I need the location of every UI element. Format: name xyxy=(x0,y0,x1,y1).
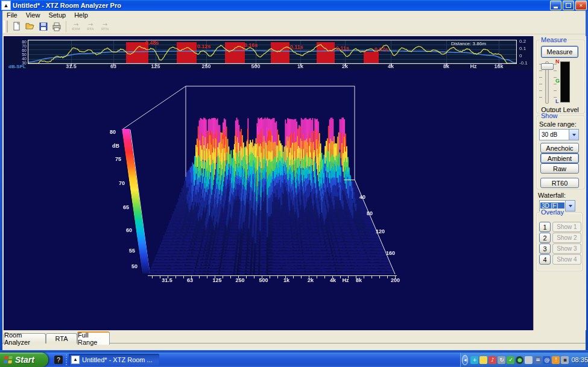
overlay-show-button-4[interactable]: Show 4 xyxy=(552,254,581,265)
print-button[interactable] xyxy=(50,20,63,33)
waterfall-time-end-label: 200 xyxy=(391,278,400,283)
task-button-label: Untitled* - XTZ Room ... xyxy=(82,356,153,363)
mode-button-label: RTA xyxy=(87,27,93,31)
scale-range-select[interactable]: 30 dB xyxy=(539,129,579,140)
waterfall-freq-label: 1k xyxy=(283,278,289,283)
tab-room-analyzer[interactable]: Room Analyzer xyxy=(4,333,46,343)
new-file-button[interactable] xyxy=(10,20,24,33)
scale-range-dropdown-arrow[interactable] xyxy=(569,130,578,140)
toolbar: →RXM→RTA→RTN xyxy=(2,19,586,34)
waterfall-select-label: Waterfall: xyxy=(538,192,566,199)
waterfall-db-label: 75 xyxy=(115,157,121,162)
decay-time-label: 0.07s xyxy=(375,47,388,52)
waterfall-3d-view: 80dB75706560555031.5631252505001k2k4kHz8… xyxy=(5,72,532,329)
strip-bottom-axis-label: 500 xyxy=(251,64,260,69)
overlay-number-button-2[interactable]: 2 xyxy=(539,233,551,243)
meter-zone-n: N xyxy=(555,59,560,64)
titlebar[interactable]: ▲ Untitled* - XTZ Room Analyzer Pro × xyxy=(0,0,588,11)
task-button-xtz[interactable]: ▲ Untitled* - XTZ Room ... xyxy=(69,354,159,366)
tray-remote-desktop-icon[interactable]: @ xyxy=(543,356,551,364)
overlay-show-button-2[interactable]: Show 2 xyxy=(552,233,581,243)
rt60-button[interactable]: RT60 xyxy=(540,178,579,188)
tray-sync-icon[interactable]: ↻ xyxy=(498,356,505,364)
menubar: FileViewSetupHelp xyxy=(2,11,586,19)
tray-volume-icon[interactable]: ! xyxy=(552,356,560,364)
waterfall-freq-label: 500 xyxy=(259,278,268,283)
restore-button[interactable] xyxy=(563,1,574,10)
strip-bottom-axis-label: 250 xyxy=(201,64,210,69)
start-button[interactable]: Start xyxy=(0,353,48,367)
close-button[interactable]: × xyxy=(575,1,587,10)
open-file-button[interactable] xyxy=(24,20,37,33)
menu-help[interactable]: Help xyxy=(70,11,92,19)
waterfall-freq-label: 2k xyxy=(308,278,314,283)
save-button[interactable] xyxy=(37,20,50,33)
windows-flag-icon xyxy=(4,356,13,364)
strip-bottom-axis-label: 2k xyxy=(342,64,348,69)
waterfall-db-label: 70 xyxy=(119,181,125,186)
menu-file[interactable]: File xyxy=(2,11,22,19)
waterfall-dropdown-arrow[interactable] xyxy=(565,201,575,211)
strip-right-axis-label: 0 xyxy=(519,54,522,58)
tray-pointer-device-icon[interactable] xyxy=(525,356,533,364)
strip-left-axis-label: 40 xyxy=(18,57,27,61)
tray-media-player-icon[interactable]: ♪ xyxy=(488,356,496,364)
open-folder-icon xyxy=(25,22,35,31)
overlay-show-button-3[interactable]: Show 3 xyxy=(552,243,581,254)
waterfall-freq-label: 125 xyxy=(212,278,221,283)
mode-button-label: RTN xyxy=(101,27,109,31)
decay-time-label: 0.11s xyxy=(290,45,303,50)
mode-arrow-icon: → xyxy=(74,22,78,27)
tray-layers-icon[interactable]: ≡ xyxy=(534,356,542,364)
hide-icons-chevron[interactable]: ◂ xyxy=(462,355,468,365)
anechoic-button[interactable]: Anechoic xyxy=(540,143,579,153)
mode-button-rxm[interactable]: →RXM xyxy=(69,20,83,33)
tray-display-icon[interactable]: ▪ xyxy=(561,356,569,364)
strip-left-axis-label: 70 xyxy=(18,44,27,48)
mode-buttons: →RXM→RTA→RTN xyxy=(69,20,112,33)
waterfall-freq-label: 63 xyxy=(187,278,193,283)
waterfall-db-label: 60 xyxy=(126,228,132,233)
meter-zone-g: G xyxy=(555,78,560,84)
overlay-number-button-3[interactable]: 3 xyxy=(539,243,551,254)
tray-recorder-icon[interactable]: ● xyxy=(516,356,523,364)
strip-left-axis-label: 30 xyxy=(18,61,27,65)
ambient-button[interactable]: Ambient xyxy=(540,153,579,163)
raw-button[interactable]: Raw xyxy=(540,163,579,174)
overlay-number-button-4[interactable]: 4 xyxy=(539,254,551,265)
tab-full-range[interactable]: Full Range xyxy=(77,331,110,345)
control-panel: Measure Measure N G L Output Level Show … xyxy=(533,36,586,330)
strip-bottom-axis-label: 16k xyxy=(494,64,503,69)
tray-messenger-icon[interactable]: + xyxy=(470,356,478,364)
waterfall-time-label: 120 xyxy=(376,229,385,234)
decay-time-label: 0.12s xyxy=(197,44,211,49)
tray-icons: +♪↻✓●≡@!▪ xyxy=(470,356,569,364)
tab-rta[interactable]: RTA xyxy=(46,333,77,343)
system-tray: ◂ +♪↻✓●≡@!▪ 08:35 xyxy=(460,353,588,367)
taskbar-clock: 08:35 xyxy=(571,356,588,363)
quick-launch-icon[interactable]: ? xyxy=(54,356,63,364)
waterfall-db-label: 80 xyxy=(110,130,116,135)
show-group-label: Show xyxy=(540,112,559,119)
strip-right-axis-label: -0.1 xyxy=(519,61,528,66)
tray-antivirus-check-icon[interactable]: ✓ xyxy=(507,356,514,364)
scale-range-label: Scale range: xyxy=(539,121,577,128)
mode-button-rta[interactable]: →RTA xyxy=(83,20,98,33)
output-level-slider-thumb[interactable] xyxy=(541,63,554,70)
overlay-number-button-1[interactable]: 1 xyxy=(539,222,551,232)
toolbar-grip xyxy=(4,20,8,33)
waterfall-canvas xyxy=(5,72,532,329)
measure-button[interactable]: Measure xyxy=(541,46,578,58)
mode-arrow-icon: → xyxy=(88,22,93,27)
overlay-show-button-1[interactable]: Show 1 xyxy=(552,222,581,232)
strip-left-axis-label: 50 xyxy=(18,52,27,57)
menu-view[interactable]: View xyxy=(22,11,45,19)
menu-setup[interactable]: Setup xyxy=(44,11,70,19)
save-floppy-icon xyxy=(39,22,48,31)
waterfall-freq-label: 31.5 xyxy=(162,278,172,283)
waterfall-db-label: 65 xyxy=(123,205,129,210)
tray-sticky-note-icon[interactable] xyxy=(479,356,487,364)
mode-button-rtn[interactable]: →RTN xyxy=(98,20,112,33)
taskbar-divider xyxy=(66,354,67,365)
minimize-button[interactable] xyxy=(550,1,561,10)
